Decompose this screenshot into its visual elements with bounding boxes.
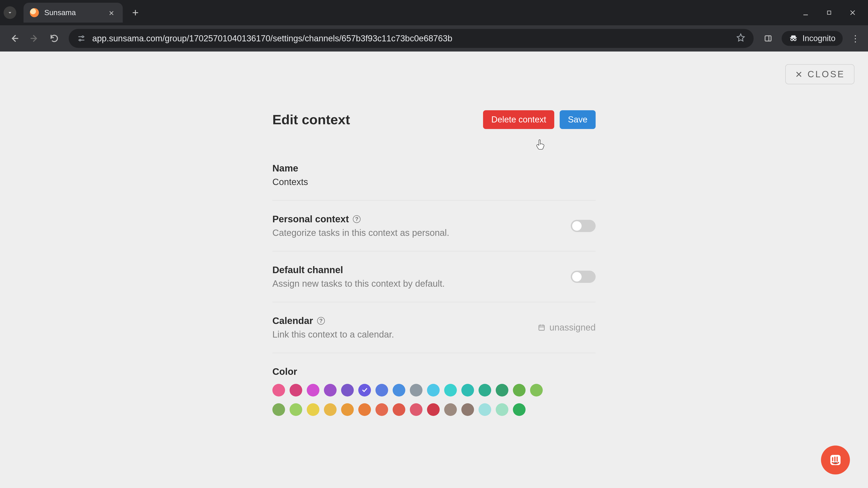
side-panel-button[interactable]: [763, 33, 774, 44]
default-channel-section: Default channel Assign new tasks to this…: [272, 251, 596, 302]
help-icon[interactable]: ?: [353, 215, 361, 223]
color-swatch[interactable]: [427, 384, 440, 396]
close-icon: [849, 9, 857, 17]
svg-rect-6: [539, 325, 544, 330]
calendar-icon: [537, 324, 546, 332]
personal-context-label: Personal context: [272, 214, 349, 225]
incognito-indicator[interactable]: Incognito: [782, 31, 843, 46]
color-swatch[interactable]: [324, 403, 337, 416]
chrome-menu[interactable]: ⋮: [851, 33, 859, 43]
color-swatch[interactable]: [478, 384, 491, 396]
tab-close-button[interactable]: [108, 9, 115, 16]
color-swatch[interactable]: [358, 384, 371, 396]
color-swatch[interactable]: [375, 384, 388, 396]
svg-point-4: [791, 38, 793, 41]
default-channel-toggle[interactable]: [571, 271, 596, 283]
minimize-icon: [802, 9, 809, 17]
site-settings-icon[interactable]: [77, 34, 86, 43]
color-swatch[interactable]: [341, 403, 354, 416]
incognito-icon: [789, 34, 798, 43]
calendar-section: Calendar ? Link this context to a calend…: [272, 302, 596, 353]
side-panel-icon: [764, 34, 773, 43]
calendar-selector[interactable]: unassigned: [537, 322, 596, 332]
color-swatch[interactable]: [444, 403, 457, 416]
save-button[interactable]: Save: [560, 110, 596, 129]
color-swatch[interactable]: [341, 384, 354, 396]
close-button[interactable]: CLOSE: [785, 64, 855, 84]
color-swatch[interactable]: [410, 403, 423, 416]
chevron-down-icon: [6, 9, 13, 16]
close-icon: [795, 70, 803, 78]
address-bar[interactable]: app.sunsama.com/group/17025701040136170/…: [69, 29, 754, 48]
tab-title: Sunsama: [44, 8, 76, 17]
svg-rect-0: [828, 11, 831, 14]
check-icon: [362, 387, 368, 393]
reload-icon: [50, 34, 59, 43]
help-icon[interactable]: ?: [317, 317, 325, 325]
calendar-desc: Link this context to a calendar.: [272, 329, 537, 339]
intercom-launcher[interactable]: [821, 446, 850, 475]
close-icon: [108, 10, 115, 16]
delete-context-button[interactable]: Delete context: [483, 110, 554, 129]
personal-context-section: Personal context ? Categorize tasks in t…: [272, 200, 596, 251]
name-value[interactable]: Contexts: [272, 177, 596, 187]
color-swatch[interactable]: [358, 403, 371, 416]
color-swatch[interactable]: [513, 403, 526, 416]
color-swatch[interactable]: [444, 384, 457, 396]
nav-reload[interactable]: [49, 33, 60, 44]
color-swatch[interactable]: [289, 384, 302, 396]
nav-back[interactable]: [9, 33, 20, 44]
name-section: Name Contexts: [272, 129, 596, 200]
svg-point-1: [82, 36, 84, 37]
default-channel-desc: Assign new tasks to this context by defa…: [272, 279, 571, 289]
default-channel-label: Default channel: [272, 265, 571, 275]
color-swatch[interactable]: [478, 403, 491, 416]
color-swatch[interactable]: [427, 403, 440, 416]
maximize-icon: [826, 9, 833, 16]
tune-icon: [77, 34, 86, 42]
color-swatch[interactable]: [461, 403, 474, 416]
arrow-right-icon: [29, 33, 39, 43]
calendar-value: unassigned: [549, 322, 596, 332]
color-swatch[interactable]: [496, 384, 508, 396]
color-swatch[interactable]: [410, 384, 423, 396]
url-text: app.sunsama.com/group/17025701040136170/…: [92, 34, 730, 43]
nav-forward: [29, 33, 40, 44]
color-swatch[interactable]: [289, 403, 302, 416]
color-swatch[interactable]: [272, 384, 285, 396]
intercom-icon: [829, 453, 842, 467]
color-swatch[interactable]: [375, 403, 388, 416]
color-swatch[interactable]: [461, 384, 474, 396]
personal-context-desc: Categorize tasks in this context as pers…: [272, 228, 571, 238]
color-swatch[interactable]: [530, 384, 543, 396]
color-section: Color: [272, 353, 596, 416]
color-swatch[interactable]: [496, 403, 508, 416]
svg-rect-3: [765, 36, 771, 41]
color-swatch[interactable]: [307, 403, 319, 416]
page-title: Edit context: [272, 112, 350, 127]
svg-point-2: [79, 39, 81, 41]
new-tab-button[interactable]: [129, 6, 142, 19]
star-icon: [736, 33, 745, 42]
calendar-label: Calendar: [272, 315, 313, 326]
plus-icon: [131, 8, 140, 17]
window-maximize[interactable]: [825, 8, 834, 17]
window-minimize[interactable]: [801, 8, 810, 17]
color-swatch[interactable]: [393, 384, 405, 396]
bookmark-button[interactable]: [736, 33, 745, 44]
window-close[interactable]: [848, 8, 857, 17]
color-label: Color: [272, 366, 596, 377]
tab-search-dropdown[interactable]: [4, 6, 16, 19]
browser-tab[interactable]: Sunsama: [24, 3, 123, 23]
incognito-label: Incognito: [802, 34, 835, 43]
color-swatch[interactable]: [393, 403, 405, 416]
name-label: Name: [272, 163, 596, 174]
color-swatch[interactable]: [272, 403, 285, 416]
sunsama-favicon: [30, 8, 39, 17]
color-swatch[interactable]: [324, 384, 337, 396]
arrow-left-icon: [9, 33, 20, 43]
svg-point-5: [794, 38, 796, 41]
personal-context-toggle[interactable]: [571, 220, 596, 232]
color-swatch[interactable]: [513, 384, 526, 396]
color-swatch[interactable]: [307, 384, 319, 396]
